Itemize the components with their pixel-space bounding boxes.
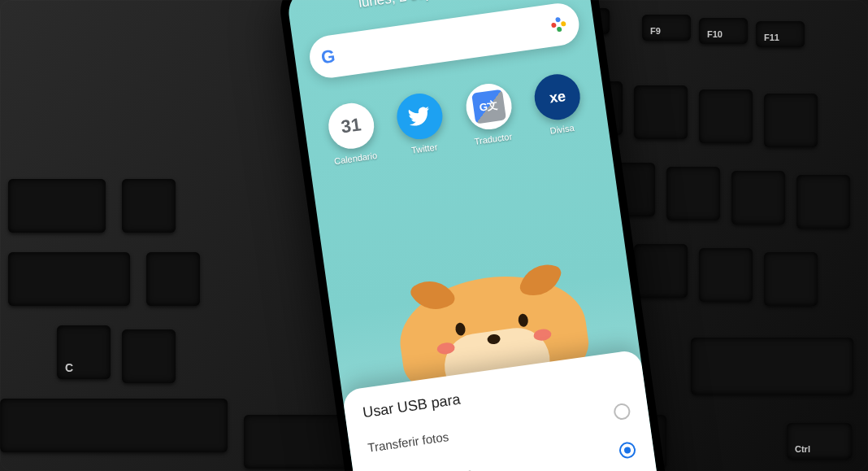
translate-icon: G文 (463, 81, 514, 132)
google-logo-icon: Google (319, 46, 336, 68)
key-blank (764, 94, 818, 147)
key-f9: F9 (642, 15, 691, 41)
home-apps-row: 31 Calendario Twitter G文 Traductor xe Di… (314, 70, 597, 168)
assistant-icon[interactable] (549, 15, 569, 35)
app-divisa[interactable]: xe Divisa (524, 70, 592, 138)
key-blank (764, 252, 818, 306)
app-label: Calendario (333, 150, 377, 166)
app-traductor[interactable]: G文 Traductor (456, 80, 524, 148)
date-text: lunes, 2 sept. (358, 0, 441, 11)
app-twitter[interactable]: Twitter (387, 89, 455, 158)
key-blank (731, 171, 785, 225)
key-blank (146, 252, 200, 306)
radio-icon (613, 403, 631, 421)
twitter-icon (394, 90, 445, 142)
app-label: Divisa (549, 123, 575, 136)
key-blank (691, 338, 853, 395)
app-calendario[interactable]: 31 Calendario (318, 99, 386, 168)
xe-icon: xe (532, 72, 583, 123)
usb-mode-dialog: Usar USB para Transferir fotos Transferi… (341, 349, 666, 471)
app-label: Traductor (474, 132, 513, 146)
key-blank (634, 244, 688, 298)
radio-icon (618, 441, 637, 460)
key-blank (8, 179, 106, 233)
key-blank (699, 89, 753, 143)
key-ctrl: Ctrl (787, 423, 852, 459)
option-label: Transferir fotos (367, 430, 449, 455)
key-blank (634, 85, 688, 139)
key-c: C (57, 325, 111, 379)
key-blank (666, 167, 720, 220)
key-blank (796, 175, 850, 229)
calendar-icon: 31 (325, 100, 376, 151)
key-f10: F10 (699, 18, 748, 44)
key-blank (122, 329, 176, 383)
app-label: Twitter (410, 142, 438, 155)
key-blank (8, 252, 130, 306)
option-label: Transferir archivos (372, 465, 474, 471)
key-blank (0, 399, 228, 452)
key-blank (122, 179, 176, 233)
key-f11: F11 (756, 21, 805, 47)
key-blank (699, 248, 753, 302)
